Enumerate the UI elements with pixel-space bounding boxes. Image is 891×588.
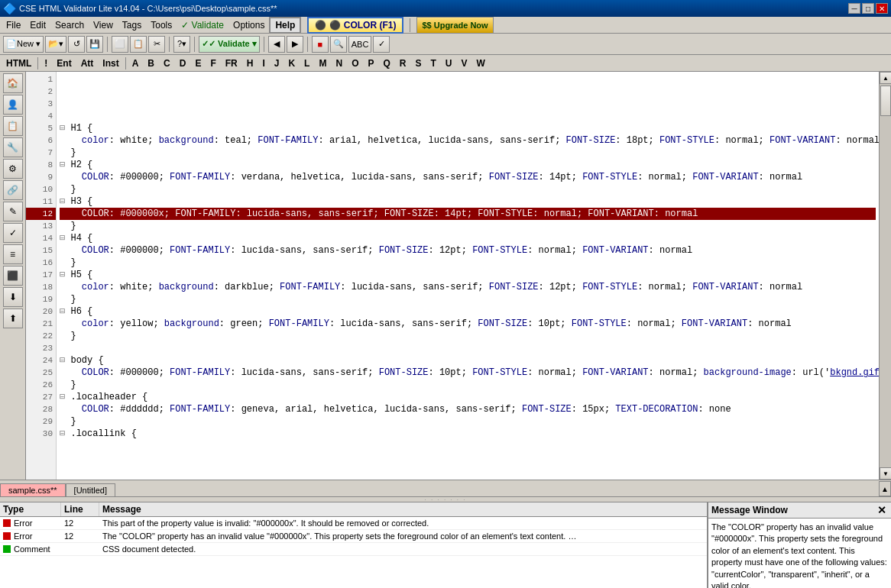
menu-file[interactable]: File [2, 18, 25, 32]
tb2-a[interactable]: A [129, 58, 142, 69]
menu-search[interactable]: Search [50, 18, 89, 32]
refresh-button[interactable]: ↺ [68, 36, 85, 53]
color-button[interactable]: ⚫ ⚫ COLOR (F1) [307, 17, 403, 34]
vertical-scrollbar[interactable]: ▲ ▼ [879, 72, 891, 480]
code-area[interactable]: ⊟ H1 { color: white; background: teal; F… [57, 72, 879, 480]
menu-edit[interactable]: Edit [25, 18, 50, 32]
message-row-2[interactable]: Error 12 The "COLOR" property has an inv… [0, 530, 707, 543]
code-line-5: ⊟ H1 { [60, 122, 876, 134]
sidebar-icon-10[interactable]: ⬛ [3, 266, 23, 286]
save-button[interactable]: 💾 [86, 36, 103, 53]
tb2-v[interactable]: V [458, 58, 471, 69]
code-line-27: ⊟ .localheader { [60, 391, 876, 403]
menu-validate[interactable]: ✓ Validate [177, 18, 228, 32]
code-line-25: COLOR: #000000; FONT-FAMILY: lucida-sans… [60, 367, 876, 379]
sidebar-icon-11[interactable]: ⬇ [3, 287, 23, 307]
sidebar-icon-9[interactable]: ≡ [3, 244, 23, 264]
back-button[interactable]: ◀ [268, 36, 285, 53]
menu-options[interactable]: Options [228, 18, 269, 32]
menu-tags[interactable]: Tags [118, 18, 146, 32]
spell-button[interactable]: ABC [348, 36, 372, 53]
tb2-o[interactable]: O [348, 58, 361, 69]
sidebar-icon-5[interactable]: ⚙ [3, 159, 23, 179]
tb2-p[interactable]: P [364, 58, 377, 69]
message-window-close-button[interactable]: ✕ [876, 504, 888, 516]
toolbar2: HTML ! Ent Att Inst A B C D E F FR H I J… [0, 55, 891, 72]
cut-button[interactable]: ✂ [148, 36, 165, 53]
splitter[interactable]: · · · · · · · [0, 496, 891, 502]
code-line-26: } [60, 379, 876, 391]
sidebar-icon-3[interactable]: 📋 [3, 116, 23, 136]
tab-untitled[interactable]: [Untitled] [66, 483, 115, 496]
code-line-15: COLOR: #000000; FONT-FAMILY: lucida-sans… [60, 244, 876, 257]
tab-scroll-button[interactable]: ▲ [879, 481, 891, 496]
scroll-up-button[interactable]: ▲ [880, 72, 891, 84]
sidebar-icon-12[interactable]: ⬆ [3, 309, 23, 328]
message-row-3[interactable]: Comment CSS document detected. [0, 543, 707, 556]
menu-view[interactable]: View [89, 18, 118, 32]
tb2-fr[interactable]: FR [222, 58, 241, 69]
sidebar-icon-4[interactable]: 🔧 [3, 137, 23, 157]
tb2-exclaim[interactable]: ! [41, 58, 50, 69]
tb2-k[interactable]: K [285, 58, 298, 69]
sidebar-icon-1[interactable]: 🏠 [3, 73, 23, 93]
validate-button[interactable]: ✓ ✓ Validate ▾ [199, 36, 260, 53]
tb2-c[interactable]: C [160, 58, 173, 69]
menu-help[interactable]: Help [269, 17, 301, 34]
code-line-16: } [60, 257, 876, 269]
sidebar-icon-2[interactable]: 👤 [3, 95, 23, 115]
msg-text-1: This part of the property value is inval… [99, 517, 707, 529]
tb2-m[interactable]: M [316, 58, 329, 69]
tb2-t[interactable]: T [428, 58, 439, 69]
tb2-b[interactable]: B [144, 58, 157, 69]
error-icon-2 [3, 532, 11, 540]
tb2-j[interactable]: J [271, 58, 283, 69]
tb2-f[interactable]: F [207, 58, 219, 69]
tb2-d[interactable]: D [177, 58, 190, 69]
abc-check-button[interactable]: ✓ [373, 36, 390, 53]
tb2-e[interactable]: E [192, 58, 204, 69]
sidebar-icon-6[interactable]: 🔗 [3, 180, 23, 200]
forward-button[interactable]: ▶ [287, 36, 303, 53]
upgrade-button[interactable]: $ $ Upgrade Now [416, 17, 493, 34]
code-line-23 [60, 342, 876, 354]
tb2-i[interactable]: I [259, 58, 267, 69]
search-button[interactable]: 🔍 [330, 36, 347, 53]
code-line-11: ⊟ H3 { [60, 195, 876, 208]
message-row-1[interactable]: Error 12 This part of the property value… [0, 517, 707, 530]
scroll-track[interactable] [880, 84, 891, 467]
tab-bar: sample.css** [Untitled] ▲ [0, 480, 891, 496]
help-button[interactable]: ?▾ [173, 36, 190, 53]
tb2-h[interactable]: H [244, 58, 257, 69]
paste-button[interactable]: 📋 [130, 36, 147, 53]
maximize-button[interactable]: □ [862, 3, 874, 14]
menu-tools[interactable]: Tools [146, 18, 177, 32]
open-button[interactable]: 📂▾ [45, 36, 66, 53]
new-button[interactable]: 📄 New ▾ [3, 36, 44, 53]
tb2-s[interactable]: S [413, 58, 425, 69]
code-line-19: } [60, 293, 876, 305]
stop-button[interactable]: ■ [312, 36, 329, 53]
code-line-4 [60, 110, 876, 122]
close-button[interactable]: ✕ [876, 3, 888, 14]
sidebar-icon-7[interactable]: ✎ [3, 202, 23, 221]
tb2-l[interactable]: L [301, 58, 313, 69]
copy-button[interactable]: ⬜ [112, 36, 128, 53]
tb2-ent[interactable]: Ent [53, 58, 74, 69]
sidebar-icon-8[interactable]: ✓ [3, 223, 23, 243]
scroll-down-button[interactable]: ▼ [880, 467, 891, 480]
tb2-n[interactable]: N [332, 58, 345, 69]
code-line-2 [60, 86, 876, 98]
tb2-u[interactable]: U [442, 58, 455, 69]
tb2-inst[interactable]: Inst [99, 58, 122, 69]
scroll-thumb[interactable] [880, 86, 891, 116]
tb2-q[interactable]: Q [380, 58, 393, 69]
tb2-att[interactable]: Att [78, 58, 97, 69]
tab-sample-css[interactable]: sample.css** [0, 483, 66, 496]
tb2-w[interactable]: W [474, 58, 488, 69]
code-line-17: ⊟ H5 { [60, 269, 876, 281]
minimize-button[interactable]: ─ [848, 3, 860, 14]
tb2-html[interactable]: HTML [3, 58, 34, 69]
tb2-r[interactable]: R [397, 58, 410, 69]
editor[interactable]: 1 2 3 4 5 6 7 8 9 10 11 12 13 14 15 16 1… [26, 72, 879, 480]
